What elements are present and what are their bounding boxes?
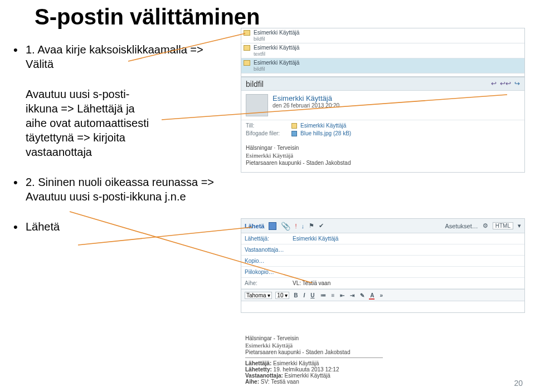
size-select[interactable]: 10 ▾ bbox=[275, 292, 289, 299]
importance-icon[interactable]: ! bbox=[295, 223, 296, 229]
to-label: Till: bbox=[246, 122, 288, 129]
meta-label: Vastaanottaja: bbox=[245, 373, 283, 379]
font-select[interactable]: Tahoma ▾ bbox=[245, 292, 272, 299]
preview-subject: bildfil bbox=[246, 80, 264, 89]
image-icon bbox=[291, 131, 297, 136]
bcc-input[interactable] bbox=[293, 269, 521, 275]
message-sender: Esimerkki Käyttäjä bbox=[254, 45, 522, 51]
compose-body-preview: Hälsningar - Terveisin Esimerkki Käyttäj… bbox=[241, 333, 525, 382]
meta-value: Esimerkki Käyttäjä bbox=[285, 373, 330, 379]
mail-icon bbox=[291, 123, 297, 129]
message-sender: Esimerkki Käyttäjä bbox=[254, 30, 522, 36]
mail-icon bbox=[244, 60, 250, 66]
dropdown-icon[interactable]: ▾ bbox=[518, 222, 521, 229]
to-input[interactable] bbox=[293, 247, 521, 253]
message-list: Esimerkki Käyttäjä bildfil Esimerkki Käy… bbox=[241, 28, 525, 77]
bold-button[interactable]: B bbox=[293, 292, 299, 298]
bullet-list: 1. Avaa kirje kaksoisklikkaamalla => Väl… bbox=[13, 42, 231, 249]
italic-button[interactable]: I bbox=[303, 292, 307, 298]
meta-label: Lähettäjä: bbox=[245, 360, 271, 366]
format-toolbar: Tahoma ▾ 10 ▾ B I U ≔ ≡ ⇤ ⇥ ✎ A » bbox=[241, 289, 524, 301]
preview-from: Esimerkki Käyttäjä den 26 februari 2013 … bbox=[241, 91, 524, 120]
indent-icon[interactable]: ⇥ bbox=[349, 292, 356, 298]
body-line: Hälsningar - Terveisin bbox=[245, 335, 521, 341]
message-subject: bildfil bbox=[254, 36, 522, 42]
to-value: Esimerkki Käyttäjä bbox=[300, 122, 346, 129]
compose-fields: Lähettäjä: Esimerkki Käyttäjä Vastaanott… bbox=[241, 233, 524, 289]
body-line: Pietarsaaren kaupunki - Staden Jakobstad bbox=[246, 160, 520, 166]
attachment-value[interactable]: Blue hills.jpg (28 kB) bbox=[300, 130, 351, 136]
preview-fields: Till: Esimerkki Käyttäjä Bifogade filer:… bbox=[241, 120, 524, 140]
message-subject: bildfil bbox=[254, 66, 522, 72]
bullet-4: Lähetä bbox=[13, 219, 231, 234]
html-toggle[interactable]: HTML bbox=[493, 222, 513, 229]
down-icon[interactable]: ↓ bbox=[301, 223, 305, 229]
more-icon[interactable]: » bbox=[379, 292, 385, 298]
numbering-icon[interactable]: ≡ bbox=[330, 292, 336, 298]
mail-icon bbox=[244, 45, 250, 51]
message-subject: textfil bbox=[254, 51, 522, 57]
meta-value: SV: Testiä vaan bbox=[261, 379, 299, 385]
subject-label: Aihe: bbox=[245, 280, 293, 286]
bullet-2: Avautuu uusi s-posti- ikkuna => Lähettäj… bbox=[13, 87, 231, 159]
fontcolor-icon[interactable]: A bbox=[369, 292, 375, 298]
page-number: 20 bbox=[514, 379, 523, 388]
compose-window: Lähetä 📎 ! ↓ ⚑ ✔ Asetukset… ⚙ HTML ▾ Läh… bbox=[241, 218, 525, 313]
mail-icon bbox=[244, 30, 250, 36]
message-row[interactable]: Esimerkki Käyttäjä bildfil bbox=[241, 28, 524, 43]
reply-icon[interactable]: ↩ bbox=[491, 80, 497, 87]
from-label: Lähettäjä: bbox=[245, 236, 293, 242]
message-sender: Esimerkki Käyttäjä bbox=[254, 60, 522, 66]
meta-label: Aihe: bbox=[245, 379, 259, 385]
from-name: Esimerkki Käyttäjä bbox=[273, 94, 339, 102]
check-icon[interactable]: ✔ bbox=[319, 222, 324, 229]
bcc-label[interactable]: Piilokopio… bbox=[245, 269, 293, 275]
meta-value: Esimerkki Käyttäjä bbox=[273, 360, 319, 366]
body-line: Hälsningar · Terveisin bbox=[246, 145, 520, 151]
body-line: Pietarsaaren kaupunki - Staden Jakobstad bbox=[245, 349, 521, 355]
bullet-2-line5: vastaanottaja bbox=[26, 146, 92, 158]
attachment-label: Bifogade filer: bbox=[246, 130, 288, 136]
subject-input[interactable] bbox=[293, 280, 521, 286]
forward-icon[interactable]: ↪ bbox=[514, 80, 520, 87]
meta-value: 19. helmikuuta 2013 12:12 bbox=[274, 366, 339, 373]
bullet-2-line3: aihe ovat automaattisesti bbox=[26, 117, 149, 129]
divider bbox=[245, 357, 383, 358]
avatar bbox=[246, 94, 268, 116]
cc-input[interactable] bbox=[293, 258, 521, 264]
preview-body: Hälsningar · Terveisin Esimerkki Käyttäj… bbox=[241, 140, 524, 170]
from-date: den 26 februari 2013 20:20 bbox=[273, 102, 339, 109]
bullets-icon[interactable]: ≔ bbox=[319, 292, 327, 298]
save-icon[interactable] bbox=[269, 222, 276, 230]
preview-pane: bildfil ↩ ↩↩ ↪ Esimerkki Käyttäjä den 26… bbox=[241, 77, 525, 173]
from-value: Esimerkki Käyttäjä bbox=[293, 236, 521, 242]
message-row-selected[interactable]: Esimerkki Käyttäjä bildfil bbox=[241, 58, 524, 74]
attach-icon[interactable]: 📎 bbox=[281, 222, 290, 231]
underline-button[interactable]: U bbox=[309, 292, 315, 298]
bullet-3: 2. Sininen nuoli oikeassa reunassa => Av… bbox=[13, 175, 231, 204]
compose-toolbar: Lähetä 📎 ! ↓ ⚑ ✔ Asetukset… ⚙ HTML ▾ bbox=[241, 219, 524, 233]
meta-label: Lähetetty: bbox=[245, 366, 272, 373]
cc-label[interactable]: Kopio… bbox=[245, 258, 293, 264]
slide-title: S-postin välittäminen bbox=[35, 4, 260, 30]
settings-button[interactable]: Asetukset… bbox=[445, 223, 478, 229]
bullet-2-line1: Avautuu uusi s-posti- bbox=[26, 88, 129, 100]
to-label[interactable]: Vastaanottaja… bbox=[245, 247, 293, 253]
signature: Esimerkki Käyttäjä bbox=[245, 342, 521, 349]
signature: Esimerkki Käyttäjä bbox=[246, 152, 520, 159]
preview-header: bildfil ↩ ↩↩ ↪ bbox=[241, 77, 524, 91]
bullet-2-line2: ikkuna => Lähettäjä ja bbox=[26, 102, 135, 115]
bullet-1: 1. Avaa kirje kaksoisklikkaamalla => Väl… bbox=[13, 42, 231, 71]
outdent-icon[interactable]: ⇤ bbox=[339, 292, 346, 298]
gear-icon[interactable]: ⚙ bbox=[483, 222, 488, 229]
flag-icon[interactable]: ⚑ bbox=[309, 222, 314, 229]
highlight-icon[interactable]: ✎ bbox=[359, 292, 366, 298]
bullet-2-line4: täytettynä => kirjoita bbox=[26, 131, 125, 144]
send-button[interactable]: Lähetä bbox=[245, 223, 264, 229]
reply-all-icon[interactable]: ↩↩ bbox=[500, 80, 511, 87]
message-row[interactable]: Esimerkki Käyttäjä textfil bbox=[241, 43, 524, 58]
